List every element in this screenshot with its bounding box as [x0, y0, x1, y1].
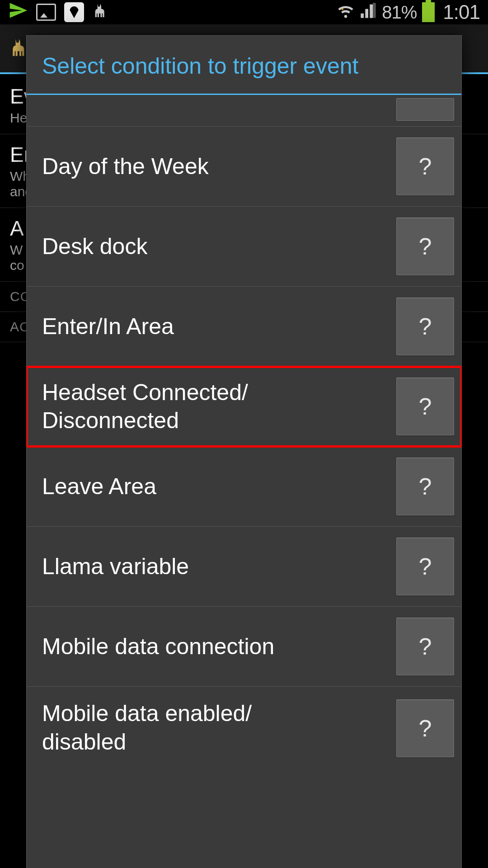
status-right: 81% 1:01	[337, 1, 480, 24]
condition-label: Headset Connected/ Disconnected	[42, 378, 396, 435]
llama-icon	[92, 1, 110, 24]
help-button[interactable]: ?	[396, 217, 454, 275]
condition-headset-connected[interactable]: Headset Connected/ Disconnected ?	[27, 367, 461, 447]
help-button[interactable]: ?	[396, 297, 454, 355]
battery-percent: 81%	[382, 2, 417, 23]
condition-day-of-week[interactable]: Day of the Week ?	[27, 127, 461, 207]
help-button[interactable]: ?	[396, 377, 454, 435]
clock: 1:01	[443, 1, 480, 24]
condition-desk-dock[interactable]: Desk dock ?	[27, 207, 461, 287]
dialog-title: Select condition to trigger event	[27, 36, 461, 95]
wifi-icon	[337, 1, 355, 24]
condition-label: Llama variable	[42, 552, 396, 581]
condition-leave-area[interactable]: Leave Area ?	[27, 447, 461, 527]
list-item-partial[interactable]	[27, 95, 461, 127]
condition-enter-in-area[interactable]: Enter/In Area ?	[27, 287, 461, 367]
condition-dialog: Select condition to trigger event Day of…	[26, 35, 462, 868]
picture-icon	[36, 4, 56, 21]
condition-label: Day of the Week	[42, 152, 396, 181]
dialog-list[interactable]: Day of the Week ? Desk dock ? Enter/In A…	[27, 95, 461, 868]
condition-mobile-data-enabled[interactable]: Mobile data enabled/ disabled ?	[27, 687, 461, 768]
status-left	[8, 0, 110, 24]
condition-label: Mobile data connection	[42, 632, 396, 661]
help-button-partial[interactable]	[396, 98, 454, 121]
condition-label: Enter/In Area	[42, 312, 396, 341]
help-button[interactable]: ?	[396, 618, 454, 675]
status-bar: 81% 1:01	[0, 0, 488, 24]
condition-llama-variable[interactable]: Llama variable ?	[27, 527, 461, 607]
send-icon	[8, 0, 28, 24]
help-button[interactable]: ?	[396, 699, 454, 757]
condition-label: Leave Area	[42, 472, 396, 501]
condition-label: Desk dock	[42, 232, 396, 261]
help-button[interactable]: ?	[396, 137, 454, 195]
condition-mobile-data-connection[interactable]: Mobile data connection ?	[27, 607, 461, 687]
help-button[interactable]: ?	[396, 538, 454, 595]
drop-icon	[64, 2, 84, 22]
battery-icon	[422, 2, 435, 22]
cell-signal-icon	[359, 1, 377, 24]
help-button[interactable]: ?	[396, 458, 454, 515]
condition-label: Mobile data enabled/ disabled	[42, 699, 396, 756]
